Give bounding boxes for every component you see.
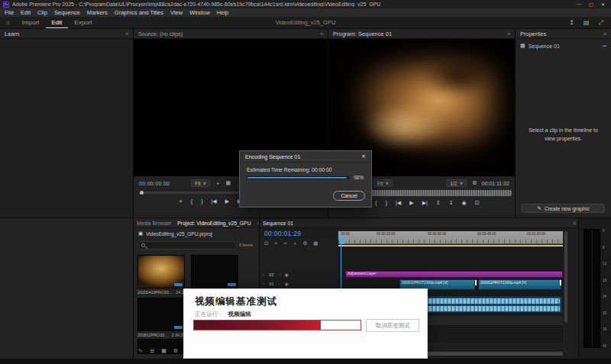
toggle-track-output-icon[interactable]: ◉ (285, 272, 289, 277)
benchmark-running-row: 正在运行： 视频编辑 (195, 311, 251, 318)
lock-icon[interactable]: ▫ (263, 282, 264, 286)
video-clip[interactable]: 201811PRGT2160p.mp4 [V] (478, 279, 561, 290)
extract-icon[interactable]: ↧ (449, 200, 454, 206)
step-forward-icon[interactable]: ▶| (422, 200, 428, 206)
close-icon[interactable]: ✕ (361, 153, 366, 159)
home-icon[interactable]: ⌂ (0, 17, 16, 29)
selection-tool-icon[interactable]: ⊡ (264, 240, 268, 246)
track-select-icon[interactable]: ⌖ (274, 240, 277, 246)
step-back-icon[interactable]: |◀ (396, 200, 401, 206)
panel-menu-icon[interactable]: ≡ (257, 221, 259, 226)
menu-sequence[interactable]: Sequence (54, 9, 80, 16)
more-options-icon[interactable]: ••• (603, 43, 606, 48)
workspaces-icon[interactable]: ▤ (584, 19, 590, 27)
playhead-line[interactable] (341, 231, 341, 288)
resize-icon[interactable]: ⤢ (599, 19, 603, 27)
menu-edit[interactable]: Edit (21, 9, 31, 16)
comparison-view-icon[interactable]: ⊡ (475, 200, 480, 206)
tab-media-browser[interactable]: Media Browser (137, 221, 171, 226)
list-view-icon[interactable]: ☰ (150, 348, 154, 354)
maximize-button[interactable]: ▢ (589, 2, 593, 7)
chevron-down-icon: ∨ (385, 180, 389, 186)
pen-icon[interactable]: ✎ (138, 348, 143, 354)
panel-menu-icon[interactable]: ≡ (573, 221, 576, 226)
program-panel-title[interactable]: Program: Sequence 01 (333, 31, 392, 37)
timeline-ruler[interactable]: 00:00 00:00:15:00 00:00:30:00 00:00:45:0… (338, 231, 563, 244)
ruler-label: 00:00:45:00 (477, 232, 496, 236)
panel-menu-icon[interactable]: ≡ (507, 31, 510, 37)
encoding-dialog-titlebar[interactable]: Encoding Sequence 01 ✕ (240, 151, 371, 163)
av-badge (174, 326, 183, 329)
minimize-button[interactable]: — (577, 2, 581, 7)
source-scrubber-knob[interactable] (140, 191, 144, 195)
step-back-icon[interactable]: |◀ (211, 198, 216, 205)
lock-icon[interactable]: ▫ (263, 272, 264, 277)
program-zoom-select[interactable]: Fit ∨ (373, 179, 393, 187)
project-clip-label[interactable]: 201812PRO33... 2:34:29 (137, 333, 185, 337)
track-header-v1[interactable]: ▫ V1 ▫ ◉ (263, 282, 288, 286)
icon-view-icon[interactable]: ▦ (161, 348, 166, 354)
menu-view[interactable]: View (170, 9, 183, 16)
timeline-settings-icon[interactable]: ⚙ (302, 240, 307, 246)
source-panel-title[interactable]: Source: (no clips) (138, 31, 183, 37)
project-bin-row[interactable]: ▣ VideoEditing_v25_GPU.prproj (138, 230, 212, 237)
track-header-v2[interactable]: ▫ V2 ▫ ◉ (263, 272, 288, 277)
play-icon[interactable]: ▶ (409, 200, 413, 206)
encoding-cancel-button[interactable]: Cancel (333, 191, 365, 201)
project-clip-thumbnail[interactable] (137, 255, 185, 288)
add-marker-icon[interactable]: ⌖ (179, 198, 183, 205)
add-icon[interactable]: + (216, 181, 219, 186)
learn-panel-title[interactable]: Learn (5, 31, 19, 37)
menu-graphics-and-titles[interactable]: Graphics and Titles (115, 9, 163, 16)
sync-lock-icon[interactable]: ▫ (279, 272, 280, 277)
export-frame-icon[interactable]: ◉ (462, 200, 467, 206)
workspace-bar: ⌂ Import Edit Export VideoEditing_v25_GP… (0, 17, 611, 29)
menu-clip[interactable]: Clip (37, 9, 47, 16)
audio-clip[interactable] (424, 296, 562, 313)
project-clip-thumbnail[interactable] (137, 298, 185, 331)
linked-selection-icon[interactable]: ▦ (313, 240, 318, 246)
grid-icon[interactable]: ▦ (225, 180, 231, 186)
properties-panel: Properties ≡ ▦ Sequence 01 ••• Select a … (516, 29, 611, 217)
mark-out-icon[interactable]: } (201, 198, 202, 205)
vertical-scrollbar[interactable] (564, 231, 567, 323)
toggle-track-output-icon[interactable]: ◉ (285, 282, 289, 286)
lift-icon[interactable]: ↥ (436, 200, 441, 206)
menu-markers[interactable]: Markers (87, 9, 108, 16)
tab-project[interactable]: Project: VideoEditing_v25_GPU (177, 218, 251, 228)
sync-lock-icon[interactable]: ▫ (279, 282, 280, 286)
properties-panel-title[interactable]: Properties (520, 31, 546, 37)
mark-in-icon[interactable]: { (375, 200, 377, 206)
menu-help[interactable]: Help (217, 9, 228, 16)
panel-menu-icon[interactable]: ≡ (603, 31, 606, 37)
menu-file[interactable]: File (5, 9, 14, 16)
tab-export[interactable]: Export (68, 17, 98, 29)
razor-tool-icon[interactable]: ✂ (283, 240, 287, 246)
clip-name: 20200419PRO33... (137, 290, 172, 295)
meter-tick: 6 (603, 246, 606, 250)
source-zoom-select[interactable]: Fit ∨ (191, 179, 210, 187)
add-track-icon[interactable]: + (294, 241, 297, 246)
mark-in-icon[interactable]: { (191, 198, 192, 205)
adjustment-layer-clip[interactable]: Adjustment Layer (345, 271, 563, 278)
close-button[interactable]: ✕ (601, 2, 605, 7)
mark-out-icon[interactable]: } (386, 200, 387, 206)
timeline-timecode[interactable]: 00:00:01:29 (264, 230, 301, 237)
project-search-input[interactable] (137, 241, 237, 250)
menu-window[interactable]: Window (189, 9, 210, 16)
settings-wrench-icon[interactable]: ⚙ (472, 180, 477, 186)
panel-menu-icon[interactable]: ≡ (125, 31, 128, 37)
quick-export-icon[interactable]: ↥ (569, 19, 574, 27)
tab-import[interactable]: Import (16, 17, 46, 29)
project-clip-label[interactable]: 20200419PRO33... 24:28 (137, 290, 186, 295)
tab-sequence-01[interactable]: Sequence 01 (263, 218, 293, 228)
play-icon[interactable]: ▶ (225, 198, 229, 205)
benchmark-cancel-button[interactable]: 取消基准测试 (366, 319, 419, 332)
settings-icon[interactable]: ⚙ (173, 348, 178, 354)
create-new-graphic-button[interactable]: ✎ Create new graphic (522, 204, 605, 213)
panel-menu-icon[interactable]: ≡ (320, 31, 323, 37)
clip-label: Adjustment Layer (348, 272, 376, 275)
project-clip-thumbnail[interactable] (191, 255, 238, 288)
program-resolution-select[interactable]: 1/2 ∨ (446, 179, 467, 187)
tab-edit[interactable]: Edit (46, 17, 69, 29)
